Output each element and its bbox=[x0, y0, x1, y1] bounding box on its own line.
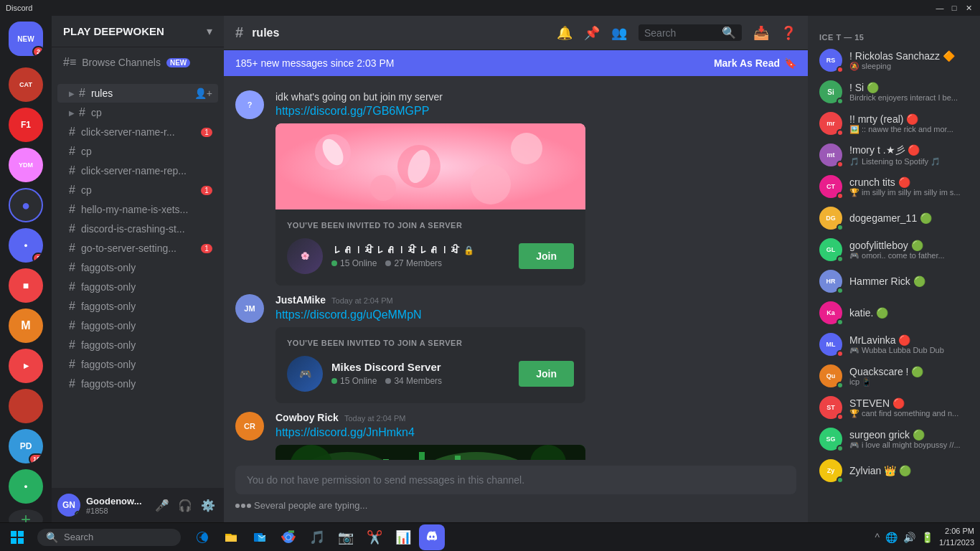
taskbar-time[interactable]: 2:06 PM 1/11/2023 bbox=[939, 526, 974, 548]
search-box[interactable]: 🔍 bbox=[639, 24, 742, 41]
member-name: MrLavinka 🔴 bbox=[849, 334, 969, 346]
sidebar-header[interactable]: PLAY DEEPWOKEN ▾ bbox=[52, 16, 224, 47]
channel-item-faggots7[interactable]: # faggots-only bbox=[57, 375, 218, 393]
member-item[interactable]: Si ! Si 🟢 Birdrick enjoyers interact I b… bbox=[814, 76, 974, 108]
channel-item-faggots2[interactable]: # faggots-only bbox=[57, 278, 218, 296]
server-icon-marvel[interactable]: ▶ bbox=[9, 349, 43, 383]
channel-item-discord-crashing[interactable]: # discord-is-crashing-st... bbox=[57, 220, 218, 238]
taskbar: 🔍 Search bbox=[0, 522, 980, 551]
member-item[interactable]: Qu Quackscare ! 🟢 icp 📱 bbox=[814, 360, 974, 392]
channel-hash-icon: # bbox=[235, 24, 243, 41]
taskbar-app-outlook[interactable] bbox=[247, 524, 273, 550]
message-link[interactable]: https://discord.gg/uQeMMpN bbox=[275, 309, 422, 321]
channel-item-faggots5[interactable]: # faggots-only bbox=[57, 336, 218, 354]
notifications-icon[interactable]: 🔔 bbox=[557, 25, 573, 41]
channel-item-cp1[interactable]: ▶ # cp bbox=[57, 103, 218, 122]
server-icon-pd[interactable]: PD 10 bbox=[9, 429, 43, 463]
maximize-button[interactable]: □ bbox=[948, 2, 960, 14]
member-item[interactable]: mr !! mrty (real) 🔴 🖼️ :: naww the rick … bbox=[814, 108, 974, 139]
taskbar-app-music[interactable]: 🎵 bbox=[304, 524, 330, 550]
server-icon-new[interactable]: NEW 2 bbox=[9, 22, 43, 56]
invite-card-body: YOU'VE BEEN INVITED TO JOIN A SERVER 🌸 ꒒… bbox=[275, 209, 585, 286]
settings-button[interactable]: ⚙️ bbox=[198, 495, 218, 515]
member-item[interactable]: ML MrLavinka 🔴 🎮 Wubba Lubba Dub Dub bbox=[814, 329, 974, 360]
member-info: !! mrty (real) 🔴 🖼️ :: naww the rick and… bbox=[849, 113, 969, 134]
hash-icon: # bbox=[69, 145, 75, 158]
server-icon-red2[interactable] bbox=[9, 389, 43, 423]
member-item[interactable]: GL goofylittleboy 🟢 🎮 omori.. come to fa… bbox=[814, 234, 974, 265]
network-icon[interactable]: 🌐 bbox=[885, 532, 897, 543]
channel-name: go-to-server-setting... bbox=[81, 242, 197, 254]
member-item[interactable]: mt !mory t .★彡 🔴 🎵 Listening to Spotify … bbox=[814, 139, 974, 171]
channel-item-hello[interactable]: # hello-my-name-is-xets... bbox=[57, 200, 218, 219]
member-item[interactable]: SG surgeon grick 🟢 🎮 i love all might bo… bbox=[814, 423, 974, 455]
mark-as-read-button[interactable]: Mark As Read 🔖 bbox=[714, 57, 796, 69]
search-input[interactable] bbox=[644, 27, 717, 39]
message-link[interactable]: https://discord.gg/JnHmkn4 bbox=[275, 426, 415, 438]
server-icon-f1[interactable]: F1 bbox=[9, 108, 43, 142]
mute-button[interactable]: 🎤 bbox=[152, 495, 172, 515]
pin-icon[interactable]: 📌 bbox=[584, 25, 600, 41]
member-info: crunch tits 🔴 🏆 im silly im silly im sil… bbox=[849, 176, 969, 197]
taskbar-app-edge[interactable] bbox=[189, 524, 215, 550]
member-avatar: ST bbox=[819, 396, 842, 419]
member-item[interactable]: HR Hammer Rick 🟢 bbox=[814, 265, 974, 297]
member-avatar: Ka bbox=[819, 301, 842, 324]
server-icon-catrib[interactable]: CAT bbox=[9, 67, 43, 102]
close-button[interactable]: ✕ bbox=[963, 2, 974, 14]
sound-icon[interactable]: 🔊 bbox=[903, 532, 915, 543]
taskbar-app-clip[interactable]: ✂️ bbox=[362, 524, 387, 550]
minimize-button[interactable]: — bbox=[934, 2, 946, 14]
member-activity: 🎮 i love all might boypussy //... bbox=[849, 441, 969, 450]
battery-icon[interactable]: 🔋 bbox=[921, 532, 933, 543]
channel-item-faggots6[interactable]: # faggots-only bbox=[57, 355, 218, 374]
member-item[interactable]: CT crunch tits 🔴 🏆 im silly im silly im … bbox=[814, 171, 974, 202]
channel-item-faggots3[interactable]: # faggots-only bbox=[57, 297, 218, 316]
taskbar-app-discord[interactable] bbox=[419, 524, 445, 550]
tray-chevron[interactable]: ^ bbox=[875, 532, 880, 543]
channel-item-cp3[interactable]: # cp 1 bbox=[57, 181, 218, 199]
channel-item-click2[interactable]: # click-server-name-rep... bbox=[57, 161, 218, 180]
taskbar-app-chrome[interactable] bbox=[275, 524, 301, 550]
member-item[interactable]: ST STEVEN 🔴 🏆 cant find something and n.… bbox=[814, 392, 974, 423]
chevron-down-icon: ▾ bbox=[207, 24, 212, 38]
hash-icon: # bbox=[69, 377, 75, 390]
add-member-icon[interactable]: 👤+ bbox=[194, 88, 212, 99]
taskbar-app-explorer[interactable] bbox=[218, 524, 244, 550]
channel-item-faggots4[interactable]: # faggots-only bbox=[57, 316, 218, 335]
taskbar-app-sheets[interactable]: 📊 bbox=[390, 524, 416, 550]
server-icon-red-sq[interactable]: ■ bbox=[9, 268, 43, 303]
channel-item-go-to-server[interactable]: # go-to-server-setting... 1 bbox=[57, 239, 218, 258]
taskbar-search-box[interactable]: 🔍 Search bbox=[37, 529, 181, 546]
new-messages-banner[interactable]: 185+ new messages since 2:03 PM Mark As … bbox=[224, 50, 808, 76]
members-icon[interactable]: 👥 bbox=[611, 25, 627, 41]
member-item[interactable]: DG dogegamer_11 🟢 bbox=[814, 202, 974, 234]
server-icon-m[interactable]: M bbox=[9, 309, 43, 343]
join-server-button[interactable]: Join bbox=[519, 243, 574, 269]
message-link[interactable]: https://discord.gg/7GB6MGPP bbox=[275, 105, 429, 117]
hash-icon: # bbox=[69, 339, 75, 352]
member-item[interactable]: Ka katie. 🟢 bbox=[814, 297, 974, 329]
inbox-icon[interactable]: 📥 bbox=[753, 25, 769, 41]
taskbar-app-camera[interactable]: 📷 bbox=[333, 524, 359, 550]
channel-item-cp2[interactable]: # cp bbox=[57, 142, 218, 161]
server-icon-young[interactable]: YDM bbox=[9, 148, 43, 182]
server-icon-badge2[interactable]: ● 2 bbox=[9, 228, 43, 263]
server-icon-green[interactable]: ● bbox=[9, 469, 43, 504]
start-button[interactable] bbox=[6, 526, 29, 549]
browse-channels-button[interactable]: #≡ Browse Channels NEW bbox=[52, 50, 224, 75]
channel-item-faggots1[interactable]: # faggots-only bbox=[57, 258, 218, 277]
help-icon[interactable]: ❓ bbox=[781, 25, 796, 41]
member-item[interactable]: RS ! Rickolas Sanchazz 🔶 🔕 sleeping bbox=[814, 44, 974, 76]
invite-stats: 15 Online 27 Members bbox=[331, 258, 510, 268]
join-server-button[interactable]: Join bbox=[519, 361, 574, 387]
member-activity: 🏆 im silly im silly im silly im s... bbox=[849, 188, 969, 197]
channel-badge: 1 bbox=[201, 244, 212, 253]
deafen-button[interactable]: 🎧 bbox=[175, 495, 195, 515]
add-server-button[interactable]: + bbox=[9, 509, 43, 522]
no-permission-notice: You do not have permission to send messa… bbox=[235, 466, 796, 494]
channel-item-click1[interactable]: # click-server-name-r... 1 bbox=[57, 123, 218, 141]
channel-item-rules[interactable]: ▶ # rules 👤+ bbox=[57, 84, 218, 103]
member-item[interactable]: Zy Zylvian 👑 🟢 bbox=[814, 455, 974, 486]
server-icon-circle[interactable]: ● bbox=[9, 188, 43, 222]
